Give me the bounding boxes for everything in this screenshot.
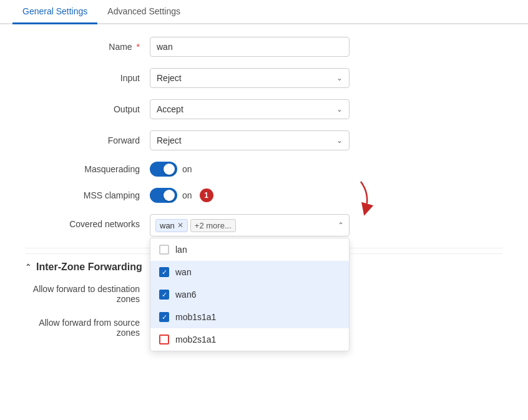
name-row: Name * bbox=[25, 37, 503, 57]
tab-general[interactable]: General Settings bbox=[12, 0, 97, 24]
masquerading-state: on bbox=[182, 164, 192, 174]
toggle-thumb bbox=[164, 164, 175, 175]
checkbox-mob1s1a1[interactable] bbox=[159, 312, 169, 322]
masquerading-toggle[interactable] bbox=[150, 162, 177, 177]
output-select-wrapper: Accept ⌄ bbox=[150, 99, 350, 119]
tab-bar: General Settings Advanced Settings bbox=[0, 0, 528, 24]
checkbox-wan6[interactable] bbox=[159, 290, 169, 300]
input-select-wrapper: Reject ⌄ bbox=[150, 68, 350, 88]
name-label: Name * bbox=[25, 42, 150, 52]
chevron-down-icon: ⌄ bbox=[336, 74, 343, 82]
covered-networks-row: Covered networks wan ✕ +2 more... ⌃ bbox=[25, 214, 503, 237]
output-row: Output Accept ⌄ bbox=[25, 99, 503, 119]
checkbox-lan[interactable] bbox=[159, 245, 169, 255]
mss-clamping-label: MSS clamping bbox=[25, 190, 150, 200]
masquerading-label: Masquerading bbox=[25, 164, 150, 174]
name-field-wrapper bbox=[150, 37, 350, 57]
dropdown-item-wan[interactable]: wan bbox=[150, 261, 349, 283]
tag-remove-wan[interactable]: ✕ bbox=[177, 222, 183, 229]
collapse-icon[interactable]: ⌃ bbox=[25, 263, 31, 271]
output-label: Output bbox=[25, 104, 150, 114]
input-row: Input Reject ⌄ bbox=[25, 68, 503, 88]
section-title: Inter-Zone Forwarding bbox=[36, 261, 142, 273]
forward-select[interactable]: Reject ⌄ bbox=[150, 130, 350, 150]
forward-label: Forward bbox=[25, 135, 150, 145]
name-input[interactable] bbox=[150, 37, 350, 57]
checkbox-mob2s1a1[interactable] bbox=[159, 335, 169, 344]
tag-wan: wan ✕ bbox=[155, 219, 188, 232]
mss-toggle[interactable] bbox=[150, 188, 177, 203]
dropdown-item-lan[interactable]: lan bbox=[150, 238, 349, 261]
dropdown-item-mob1s1a1[interactable]: mob1s1a1 bbox=[150, 306, 349, 328]
tab-advanced[interactable]: Advanced Settings bbox=[97, 0, 190, 24]
output-select[interactable]: Accept ⌄ bbox=[150, 99, 350, 119]
forward-select-wrapper: Reject ⌄ bbox=[150, 130, 350, 150]
forward-from-sources-label: Allow forward from source zones bbox=[25, 318, 150, 338]
required-asterisk: * bbox=[137, 42, 140, 52]
chevron-down-icon: ⌄ bbox=[336, 136, 343, 145]
mss-clamping-row: MSS clamping on 1 bbox=[25, 188, 503, 203]
masquerading-row: Masquerading on bbox=[25, 162, 503, 177]
mss-toggle-container: on bbox=[150, 188, 192, 203]
tag-more: +2 more... bbox=[190, 219, 236, 232]
dropdown-item-mob2s1a1[interactable]: mob2s1a1 2 bbox=[150, 328, 349, 351]
annotation-badge-1: 1 bbox=[200, 188, 213, 202]
covered-networks-dropdown: lan wan wan6 mob1s1a1 mob2s1a1 bbox=[150, 238, 350, 351]
masquerading-toggle-container: on bbox=[150, 162, 192, 177]
covered-networks-label: Covered networks bbox=[25, 214, 150, 229]
dropdown-item-wan6[interactable]: wan6 bbox=[150, 283, 349, 306]
form-content: Name * Input Reject ⌄ Output Accept ⌄ bbox=[0, 24, 528, 363]
toggle-thumb bbox=[164, 190, 175, 201]
input-select[interactable]: Reject ⌄ bbox=[150, 68, 350, 88]
checkbox-wan[interactable] bbox=[159, 267, 169, 277]
chevron-down-icon: ⌄ bbox=[336, 105, 343, 114]
mss-state: on bbox=[182, 190, 192, 200]
forward-row: Forward Reject ⌄ bbox=[25, 130, 503, 150]
input-label: Input bbox=[25, 73, 150, 83]
forward-to-destinations-label: Allow forward to destination zones bbox=[25, 284, 150, 304]
chevron-up-icon: ⌃ bbox=[338, 221, 344, 230]
covered-networks-select[interactable]: wan ✕ +2 more... ⌃ bbox=[150, 214, 350, 237]
